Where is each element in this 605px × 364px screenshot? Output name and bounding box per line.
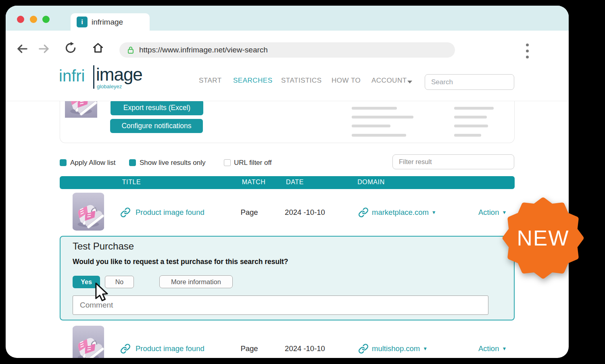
close-window-button[interactable]	[17, 16, 24, 23]
result-title-link[interactable]: Product image found	[136, 208, 204, 217]
new-badge: NEW	[501, 196, 585, 280]
link-icon	[358, 343, 369, 354]
caret-down-icon: ▼	[432, 210, 436, 215]
result-domain-dropdown[interactable]: multishop.com▼	[372, 344, 428, 353]
nav-item-start[interactable]: START	[199, 77, 222, 85]
logo-subtitle: globaleyez	[97, 83, 122, 89]
result-thumbnail[interactable]	[72, 326, 104, 358]
url-text: https://www.infrimage.net/view-search	[139, 46, 268, 54]
minimize-window-button[interactable]	[30, 16, 37, 23]
result-title-link[interactable]: Product image found	[136, 344, 204, 353]
table-row: Product image found Page 2024 -10-10 mul…	[60, 326, 515, 358]
search-input[interactable]	[425, 74, 514, 90]
action-text: Action	[478, 344, 499, 353]
maximize-window-button[interactable]	[42, 16, 50, 23]
url-bar[interactable]: https://www.infrimage.net/view-search	[119, 42, 455, 58]
mouse-cursor-icon	[94, 283, 111, 302]
forward-button[interactable]	[38, 43, 50, 55]
skeleton-line	[352, 116, 413, 119]
nav-item-howto[interactable]: HOW TO	[332, 77, 361, 85]
filter-result-input[interactable]	[392, 154, 514, 169]
column-domain: DOMAIN	[357, 179, 385, 186]
apply-allow-list-checkbox[interactable]	[60, 159, 67, 166]
domain-text: multishop.com	[372, 344, 420, 353]
show-live-results-checkbox[interactable]	[129, 159, 136, 166]
tab-title: infrimage	[92, 13, 123, 31]
logo-part2: image	[96, 64, 142, 85]
skeleton-line	[454, 125, 488, 127]
back-button[interactable]	[16, 43, 28, 55]
comment-input[interactable]	[73, 295, 488, 315]
show-live-results-label: Show live results only	[140, 159, 205, 167]
browser-tab[interactable]: i infrimage	[71, 13, 150, 31]
site-logo[interactable]: infri image globaleyez	[59, 64, 140, 91]
skeleton-line	[352, 134, 406, 137]
link-icon	[120, 343, 131, 354]
apply-allow-list-label: Apply Allow list	[70, 159, 115, 167]
favicon-icon: i	[77, 17, 88, 27]
skeleton-line	[454, 134, 481, 137]
result-action-dropdown[interactable]: Action▼	[478, 344, 507, 353]
result-match: Page	[240, 344, 258, 353]
result-date: 2024 -10-10	[285, 344, 325, 353]
test-purchase-panel: Test Purchase Would you like to request …	[60, 236, 515, 320]
nav-item-statistics[interactable]: STATISTICS	[281, 77, 322, 85]
result-thumbnail[interactable]	[72, 193, 104, 231]
column-date: DATE	[286, 179, 304, 186]
skeleton-line	[352, 107, 397, 110]
url-filter-checkbox[interactable]	[224, 159, 231, 166]
reload-button[interactable]	[65, 42, 77, 54]
column-title: TITLE	[122, 179, 141, 186]
more-information-button[interactable]: More information	[159, 275, 233, 288]
test-purchase-title: Test Purchase	[73, 241, 134, 252]
column-match: MATCH	[242, 179, 266, 186]
nav-item-searches[interactable]: SEARCHES	[233, 77, 273, 85]
test-purchase-question: Would you like to request a test purchas…	[73, 258, 288, 266]
table-row: Product image found Page 2024 -10-10 mar…	[60, 191, 515, 233]
action-text: Action	[478, 208, 499, 216]
url-filter-label: URL filter off	[234, 159, 272, 167]
search-summary-card: Export results (Excel) Configure notific…	[60, 101, 515, 143]
browser-window: i infrimage	[6, 6, 569, 358]
logo-part1: infri	[59, 67, 85, 85]
link-icon	[358, 207, 369, 218]
caret-down-icon: ▼	[502, 346, 507, 352]
browser-menu-button[interactable]	[525, 44, 529, 62]
result-date: 2024 -10-10	[285, 208, 325, 217]
new-badge-label: NEW	[517, 226, 569, 250]
result-match: Page	[240, 208, 258, 217]
search-reference-image[interactable]	[62, 101, 100, 118]
link-icon	[120, 207, 131, 218]
logo-divider	[93, 65, 94, 89]
table-header: TITLE MATCH DATE DOMAIN	[60, 176, 515, 189]
skeleton-line	[352, 125, 390, 127]
browser-chrome-bar: i infrimage	[6, 6, 569, 31]
chevron-down-icon	[407, 81, 412, 83]
skeleton-line	[454, 116, 487, 119]
lock-icon	[127, 46, 134, 54]
domain-text: marketplace.com	[372, 208, 429, 216]
skeleton-line	[454, 107, 494, 110]
result-domain-dropdown[interactable]: marketplace.com▼	[372, 208, 436, 217]
desktop-background: i infrimage	[0, 0, 605, 364]
configure-notifications-button[interactable]: Configure notifications	[110, 119, 203, 133]
caret-down-icon: ▼	[423, 346, 428, 352]
export-results-button[interactable]: Export results (Excel)	[111, 101, 203, 115]
nav-item-account[interactable]: ACCOUNT	[371, 77, 407, 85]
home-button[interactable]	[92, 42, 104, 54]
